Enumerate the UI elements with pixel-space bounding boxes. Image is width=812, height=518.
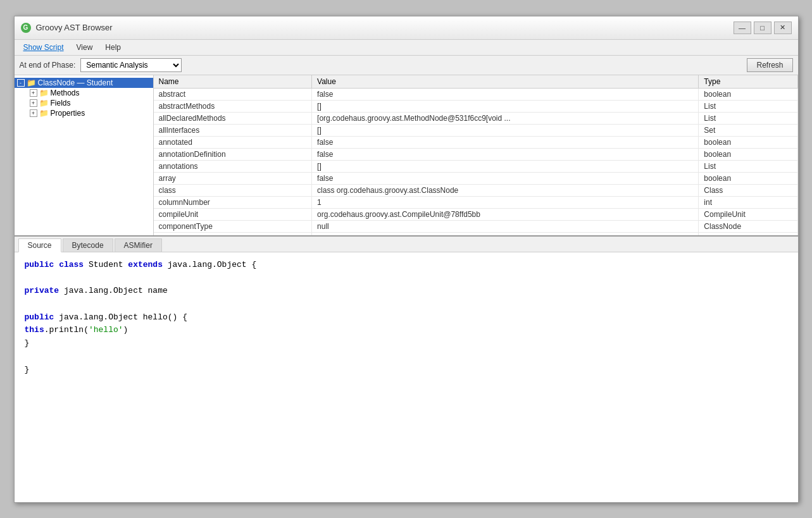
- menu-view[interactable]: View: [72, 42, 98, 53]
- table-panel: Name Value Type abstract false boolean a…: [154, 75, 798, 235]
- app-icon: G: [21, 23, 31, 33]
- tree-item-fields[interactable]: + 📁 Fields: [27, 98, 153, 108]
- col-header-type: Type: [699, 75, 797, 89]
- cell-name: allInterfaces: [154, 124, 312, 136]
- cell-name: abstract: [154, 88, 312, 100]
- main-area: - 📁 ClassNode — Student + 📁 Methods + 📁 …: [15, 75, 798, 502]
- tree-item-methods[interactable]: + 📁 Methods: [27, 88, 153, 98]
- menu-show-script[interactable]: Show Script: [18, 42, 69, 53]
- cell-name: columnNumber: [154, 196, 312, 208]
- tree-toggle-fields[interactable]: +: [30, 99, 37, 107]
- cell-name: annotations: [154, 160, 312, 172]
- cell-type: boolean: [699, 88, 797, 100]
- cell-value: class org.codehaus.groovy.ast.ClassNode: [312, 184, 699, 196]
- cell-type: Set: [699, 124, 797, 136]
- cell-value: []: [312, 124, 699, 136]
- tree-root-item[interactable]: - 📁 ClassNode — Student: [15, 78, 153, 88]
- menubar: Show Script View Help: [15, 40, 798, 56]
- tab-source[interactable]: Source: [18, 238, 61, 252]
- tree-children: + 📁 Methods + 📁 Fields + 📁 Properties: [15, 88, 153, 118]
- cell-type: boolean: [699, 136, 797, 148]
- table-body: abstract false boolean abstractMethods […: [154, 88, 798, 235]
- table-row[interactable]: class class org.codehaus.groovy.ast.Clas…: [154, 184, 798, 196]
- code-line: public java.lang.Object hello() {: [25, 311, 788, 324]
- window-title: Groovy AST Browser: [36, 23, 113, 32]
- tree-item-properties[interactable]: + 📁 Properties: [27, 108, 153, 118]
- cell-value: []: [312, 160, 699, 172]
- cell-name: componentType: [154, 220, 312, 232]
- code-line: [25, 271, 788, 285]
- table-row[interactable]: annotationDefinition false boolean: [154, 148, 798, 160]
- table-row[interactable]: allDeclaredMethods [org.codehaus.groovy.…: [154, 112, 798, 124]
- code-line: [25, 298, 788, 311]
- table-row[interactable]: allInterfaces [] Set: [154, 124, 798, 136]
- refresh-button[interactable]: Refresh: [747, 58, 792, 72]
- cell-type: Class: [699, 184, 797, 196]
- cell-value: false: [312, 88, 699, 100]
- tree-toggle-root[interactable]: -: [17, 79, 25, 87]
- cell-type: List: [699, 112, 797, 124]
- code-line: this.println('hello'): [25, 324, 788, 337]
- phase-select[interactable]: Initialization Parsing Conversion Semant…: [80, 58, 182, 72]
- cell-name: abstractMethods: [154, 100, 312, 112]
- cell-name: allDeclaredMethods: [154, 112, 312, 124]
- tab-asmifier[interactable]: ASMifier: [115, 238, 162, 252]
- code-line: public class Student extends java.lang.O…: [25, 259, 788, 272]
- tree-panel: - 📁 ClassNode — Student + 📁 Methods + 📁 …: [15, 75, 154, 235]
- bottom-pane: Source Bytecode ASMifier public class St…: [15, 237, 798, 502]
- table-row[interactable]: componentType null ClassNode: [154, 220, 798, 232]
- table-row[interactable]: abstractMethods [] List: [154, 100, 798, 112]
- cell-name: declaredConstructors: [154, 232, 312, 235]
- main-window: G Groovy AST Browser — □ ✕ Show Script V…: [14, 16, 799, 503]
- tree-label-properties: Properties: [51, 109, 85, 118]
- folder-icon-fields: 📁: [39, 99, 49, 108]
- close-button[interactable]: ✕: [774, 22, 792, 34]
- cell-name: class: [154, 184, 312, 196]
- table-row[interactable]: compileUnit org.codehaus.groovy.ast.Comp…: [154, 208, 798, 220]
- tree-toggle-properties[interactable]: +: [30, 109, 37, 117]
- cell-type: List: [699, 100, 797, 112]
- folder-icon-root: 📁: [27, 78, 36, 87]
- table-row[interactable]: abstract false boolean: [154, 88, 798, 100]
- tree-toggle-methods[interactable]: +: [30, 89, 37, 97]
- window-controls: — □ ✕: [734, 22, 792, 34]
- cell-type: ClassNode: [699, 220, 797, 232]
- tab-bar: Source Bytecode ASMifier: [15, 237, 798, 252]
- code-line: private java.lang.Object name: [25, 285, 788, 298]
- folder-icon-properties: 📁: [39, 109, 49, 118]
- table-row[interactable]: array false boolean: [154, 172, 798, 184]
- code-area: public class Student extends java.lang.O…: [15, 252, 798, 502]
- cell-value: null: [312, 220, 699, 232]
- cell-value: false: [312, 136, 699, 148]
- code-line: [25, 350, 788, 364]
- menu-help[interactable]: Help: [100, 42, 126, 53]
- top-pane: - 📁 ClassNode — Student + 📁 Methods + 📁 …: [15, 75, 798, 237]
- cell-type: List: [699, 232, 797, 235]
- tree-root-label: ClassNode — Student: [38, 78, 113, 87]
- cell-type: int: [699, 196, 797, 208]
- table-header-row: Name Value Type: [154, 75, 798, 89]
- cell-value: []: [312, 100, 699, 112]
- cell-value: false: [312, 172, 699, 184]
- cell-name: annotationDefinition: [154, 148, 312, 160]
- cell-name: annotated: [154, 136, 312, 148]
- phase-label: At end of Phase:: [20, 61, 76, 70]
- maximize-button[interactable]: □: [754, 22, 771, 34]
- cell-type: CompileUnit: [699, 208, 797, 220]
- code-line: }: [25, 337, 788, 350]
- table-row[interactable]: declaredConstructors [] List: [154, 232, 798, 235]
- col-header-name: Name: [154, 75, 312, 89]
- tab-bytecode[interactable]: Bytecode: [63, 238, 113, 252]
- cell-name: array: [154, 172, 312, 184]
- cell-type: boolean: [699, 148, 797, 160]
- ast-table: Name Value Type abstract false boolean a…: [154, 75, 798, 235]
- cell-value: org.codehaus.groovy.ast.CompileUnit@78ff…: [312, 208, 699, 220]
- table-row[interactable]: annotations [] List: [154, 160, 798, 172]
- tree-label-fields: Fields: [51, 99, 71, 108]
- table-row[interactable]: annotated false boolean: [154, 136, 798, 148]
- titlebar-left: G Groovy AST Browser: [21, 23, 113, 33]
- cell-type: boolean: [699, 172, 797, 184]
- minimize-button[interactable]: —: [734, 22, 751, 34]
- table-row[interactable]: columnNumber 1 int: [154, 196, 798, 208]
- cell-name: compileUnit: [154, 208, 312, 220]
